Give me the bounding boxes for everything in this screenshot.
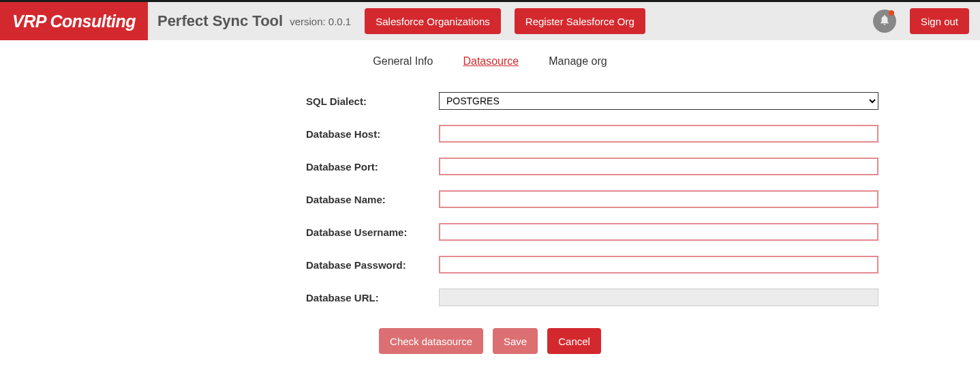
cancel-button[interactable]: Cancel bbox=[547, 328, 601, 354]
label-db-name: Database Name: bbox=[306, 194, 439, 205]
label-db-host: Database Host: bbox=[306, 128, 439, 140]
sql-dialect-select[interactable]: POSTGRES bbox=[439, 92, 878, 110]
logo-text: VRP Consulting bbox=[12, 12, 136, 31]
notification-dot-icon bbox=[889, 10, 894, 16]
label-sql-dialect: SQL Dialect: bbox=[306, 95, 439, 107]
register-org-button[interactable]: Register Salesforce Org bbox=[515, 8, 645, 34]
tabs: General Info Datasource Manage org bbox=[0, 40, 980, 81]
tab-manage-org[interactable]: Manage org bbox=[549, 55, 607, 68]
row-db-password: Database Password: bbox=[102, 256, 878, 274]
row-db-port: Database Port: bbox=[102, 158, 878, 175]
db-password-input[interactable] bbox=[439, 256, 878, 274]
db-host-input[interactable] bbox=[439, 125, 878, 143]
label-db-url: Database URL: bbox=[306, 292, 439, 304]
sign-out-button[interactable]: Sign out bbox=[910, 8, 969, 34]
notifications-button[interactable] bbox=[873, 10, 896, 33]
label-db-password: Database Password: bbox=[306, 259, 439, 271]
row-db-username: Database Username: bbox=[102, 223, 878, 241]
action-buttons: Check datasource Save Cancel bbox=[102, 328, 878, 354]
app-title: Perfect Sync Tool bbox=[157, 12, 283, 30]
db-port-input[interactable] bbox=[439, 158, 878, 175]
bell-icon bbox=[878, 14, 891, 29]
tab-general-info[interactable]: General Info bbox=[373, 55, 433, 68]
version-label: version: 0.0.1 bbox=[290, 16, 351, 27]
db-username-input[interactable] bbox=[439, 223, 878, 241]
check-datasource-button[interactable]: Check datasource bbox=[379, 328, 483, 354]
label-db-username: Database Username: bbox=[306, 226, 439, 238]
header: VRP Consulting Perfect Sync Tool version… bbox=[0, 2, 980, 40]
tab-datasource[interactable]: Datasource bbox=[463, 55, 519, 68]
row-sql-dialect: SQL Dialect: POSTGRES bbox=[102, 92, 878, 110]
logo: VRP Consulting bbox=[0, 2, 148, 40]
salesforce-orgs-button[interactable]: Salesforce Organizations bbox=[365, 8, 501, 34]
db-url-input bbox=[439, 289, 878, 306]
row-db-url: Database URL: bbox=[102, 289, 878, 306]
datasource-form: SQL Dialect: POSTGRES Database Host: Dat… bbox=[102, 81, 878, 365]
save-button[interactable]: Save bbox=[493, 328, 538, 354]
label-db-port: Database Port: bbox=[306, 161, 439, 173]
row-db-host: Database Host: bbox=[102, 125, 878, 143]
db-name-input[interactable] bbox=[439, 190, 878, 208]
row-db-name: Database Name: bbox=[102, 190, 878, 208]
